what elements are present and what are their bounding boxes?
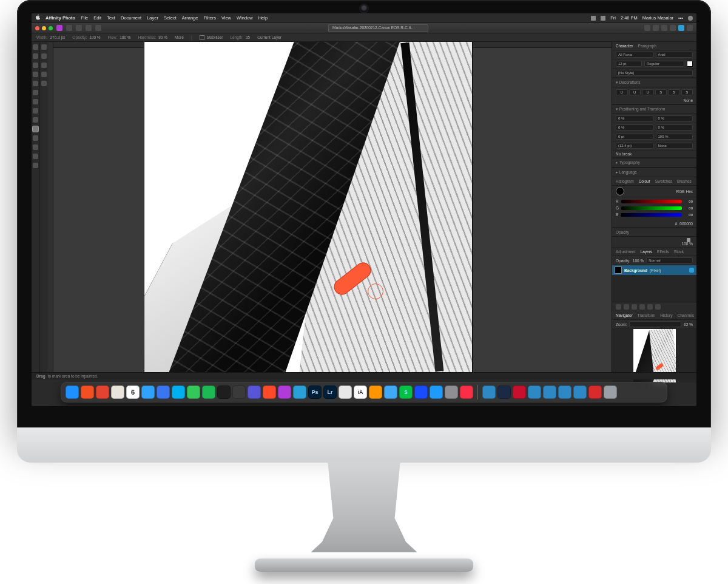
document-tab[interactable]: MariusMasalar-20200212-Canon EOS R-C.ti… bbox=[328, 24, 428, 32]
menu-arrange[interactable]: Arrange bbox=[182, 15, 198, 21]
dock-app-slack[interactable] bbox=[111, 385, 124, 399]
pos-c2[interactable]: 100 % bbox=[656, 134, 693, 140]
dock-app-affinity-publisher[interactable] bbox=[263, 385, 276, 399]
group-icon[interactable] bbox=[639, 304, 645, 310]
dock-app-folderd[interactable] bbox=[573, 385, 587, 399]
dropbox-icon[interactable] bbox=[591, 16, 596, 21]
blue-value[interactable]: 00 bbox=[684, 213, 693, 217]
tab-swatches[interactable]: Swatches bbox=[655, 179, 672, 183]
move-tool-icon[interactable] bbox=[33, 53, 38, 59]
underline-1[interactable]: U bbox=[616, 89, 628, 95]
fullscreen-icon[interactable] bbox=[49, 26, 53, 30]
dock-app-folderc[interactable] bbox=[558, 385, 571, 399]
tab-layers[interactable]: Layers bbox=[641, 250, 653, 254]
dock-app-safari[interactable] bbox=[339, 385, 352, 399]
decor-none[interactable]: None bbox=[683, 98, 693, 103]
colour-mode-select[interactable]: RGB Hex bbox=[676, 189, 693, 194]
menu-view[interactable]: View bbox=[221, 15, 231, 21]
tool-s-2[interactable] bbox=[41, 53, 47, 59]
menu-select[interactable]: Select bbox=[164, 15, 177, 21]
tab-brushes[interactable]: Brushes bbox=[677, 179, 692, 183]
persona-photo-icon[interactable] bbox=[56, 25, 62, 31]
dock-app-pdf[interactable] bbox=[588, 385, 602, 399]
help-icon[interactable] bbox=[687, 25, 693, 31]
tab-paragraph[interactable]: Paragraph bbox=[638, 44, 656, 48]
document[interactable] bbox=[144, 42, 472, 372]
pos-b2[interactable]: 0 % bbox=[656, 124, 693, 131]
menu-filters[interactable]: Filters bbox=[203, 15, 215, 21]
layer-footer-actions[interactable] bbox=[612, 302, 696, 311]
tool-d-icon[interactable] bbox=[95, 25, 101, 31]
menu-layer[interactable]: Layer bbox=[147, 15, 158, 21]
positioning-header[interactable]: ▾ Positioning and Transform bbox=[616, 107, 665, 111]
snap-icon[interactable] bbox=[644, 25, 650, 31]
menu-file[interactable]: File bbox=[81, 15, 88, 21]
tool-s-1[interactable] bbox=[41, 44, 47, 50]
dock-app-figma[interactable] bbox=[217, 385, 231, 399]
app-name[interactable]: Affinity Photo bbox=[46, 15, 75, 21]
pos-a1[interactable]: 0 % bbox=[616, 115, 653, 121]
dock-app-video[interactable] bbox=[513, 385, 526, 399]
menubar-user[interactable]: Marius Masalar bbox=[642, 15, 673, 21]
layers-panel-tabs[interactable]: Adjustment Layers Effects Stock bbox=[612, 248, 696, 256]
tab-transform[interactable]: Transform bbox=[638, 313, 655, 317]
text-fill-swatch[interactable] bbox=[687, 61, 693, 67]
dock-app-affinity-designer[interactable] bbox=[293, 385, 306, 399]
dock-app-cash[interactable]: $ bbox=[399, 385, 413, 399]
menubar-time[interactable]: 2:46 PM bbox=[621, 15, 638, 21]
width-value[interactable]: 276.3 px bbox=[50, 35, 65, 39]
dock-app-finder[interactable] bbox=[66, 385, 79, 399]
menubar-day[interactable]: Fri bbox=[610, 15, 616, 21]
dock-app-calendar[interactable]: 6 bbox=[126, 385, 140, 399]
tool-c-icon[interactable] bbox=[86, 25, 92, 31]
target-select[interactable]: Current Layer bbox=[257, 35, 281, 39]
macos-dock[interactable]: 6PsLriA$ bbox=[61, 382, 667, 402]
selection-tool-icon[interactable] bbox=[33, 81, 38, 86]
dock-app-ia-writer[interactable]: iA bbox=[354, 385, 367, 399]
green-value[interactable]: 00 bbox=[684, 206, 693, 210]
tab-adjustment[interactable]: Adjustment bbox=[616, 250, 636, 254]
dock-app-things[interactable] bbox=[384, 385, 397, 399]
navigator-panel-tabs[interactable]: Navigator Transform History Channels bbox=[612, 311, 696, 320]
hex-value[interactable]: 000000 bbox=[679, 222, 693, 226]
dock-app-trash[interactable] bbox=[604, 385, 617, 399]
tool-s-3[interactable] bbox=[41, 63, 47, 68]
stabiliser-checkbox[interactable] bbox=[200, 35, 204, 40]
menu-document[interactable]: Document bbox=[121, 15, 141, 21]
erase-tool-icon[interactable] bbox=[33, 108, 38, 114]
menubar-extras-icon[interactable]: ••• bbox=[678, 15, 683, 21]
decorations-header[interactable]: ▾ Decorations bbox=[616, 80, 641, 84]
text-style-select[interactable]: [No Style] bbox=[616, 70, 693, 76]
text-tool-icon[interactable] bbox=[33, 163, 38, 168]
dock-app-lightroom[interactable]: Lr bbox=[323, 385, 337, 399]
dock-app-folderb[interactable] bbox=[543, 385, 556, 399]
pos-a2[interactable]: 0 % bbox=[656, 115, 693, 121]
dock-app-folder1[interactable] bbox=[482, 385, 496, 399]
add-layer-icon[interactable] bbox=[647, 304, 653, 310]
blend-mode-select[interactable]: Normal bbox=[646, 257, 693, 263]
tab-histogram[interactable]: Histogram bbox=[616, 179, 634, 183]
red-value[interactable]: 00 bbox=[684, 200, 693, 203]
menu-window[interactable]: Window bbox=[237, 15, 253, 21]
font-size-field[interactable]: 12 pt bbox=[616, 61, 642, 67]
no-break-toggle[interactable]: No break bbox=[616, 152, 632, 156]
tool-s-4[interactable] bbox=[41, 72, 47, 77]
strike-2[interactable]: S bbox=[668, 89, 680, 95]
dock-app-settings[interactable] bbox=[445, 385, 458, 399]
tool-a-icon[interactable] bbox=[66, 25, 72, 31]
length-value[interactable]: 35 bbox=[246, 35, 250, 39]
green-slider[interactable] bbox=[621, 206, 682, 210]
font-weight-select[interactable]: Regular bbox=[644, 61, 684, 67]
shape-tool-icon[interactable] bbox=[33, 154, 38, 159]
dock-app-mail[interactable] bbox=[141, 385, 155, 399]
studio-icon[interactable] bbox=[678, 25, 684, 31]
dock-app-messages[interactable] bbox=[187, 385, 200, 399]
decorations-segment[interactable]: U U U S S S bbox=[612, 87, 696, 97]
red-slider[interactable] bbox=[621, 200, 682, 203]
language-header[interactable]: ▸ Language bbox=[616, 170, 637, 174]
tab-stock[interactable]: Stock bbox=[674, 250, 684, 254]
strike-3[interactable]: S bbox=[681, 89, 693, 95]
dock-app-imovie[interactable] bbox=[248, 385, 261, 399]
tab-effects[interactable]: Effects bbox=[657, 250, 669, 254]
dock-app-photoshop[interactable]: Ps bbox=[308, 385, 322, 399]
